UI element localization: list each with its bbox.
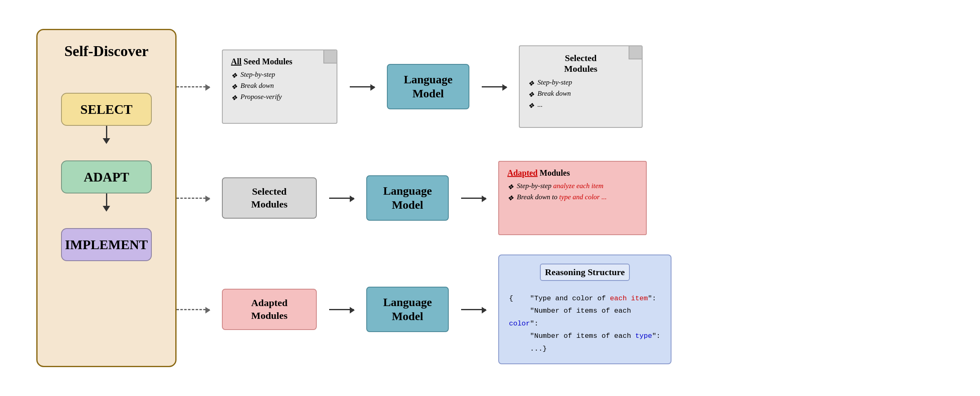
all-seed-title: All Seed Modules xyxy=(231,57,328,66)
arrow-sm-lm xyxy=(329,198,354,199)
all-seed-modules-card: All Seed Modules ❖ Step-by-step ❖ Break … xyxy=(222,50,337,124)
selected-modules-card: SelectedModules ❖ Step-by-step ❖ Break d… xyxy=(519,45,643,128)
lm-box-3: LanguageModel xyxy=(366,287,449,332)
arrow-seed-lm xyxy=(350,86,375,87)
panel-title: Self-Discover xyxy=(64,42,148,60)
lm-text-1: LanguageModel xyxy=(404,73,452,100)
flow-row-adapt: SelectedModules LanguageModel Adapted Mo… xyxy=(177,148,944,248)
dashed-arrow-implement xyxy=(177,309,210,310)
arrow-head-2 xyxy=(103,206,110,212)
adapted-item-1: ❖ Step-by-step analyze each item xyxy=(507,182,638,191)
diagram: Self-Discover SELECT ADAPT IMPLEMENT xyxy=(36,12,944,384)
reasoning-title: Reasoning Structure xyxy=(540,264,629,281)
lm-box-2: LanguageModel xyxy=(366,175,449,221)
lm-text-3: LanguageModel xyxy=(383,295,432,323)
am-small-box: AdaptedModules xyxy=(222,289,317,330)
lm-box-1: LanguageModel xyxy=(387,64,469,109)
selected-item-3: ❖ ... xyxy=(528,101,634,110)
reasoning-card: Reasoning Structure { "Type and color of… xyxy=(498,255,671,365)
flow-row-implement: AdaptedModules LanguageModel Reasoning S… xyxy=(177,260,944,359)
seed-item-1: ❖ Step-by-step xyxy=(231,71,328,80)
selected-item-1: ❖ Step-by-step xyxy=(528,78,634,88)
adapted-item-2: ❖ Break down to type and color ... xyxy=(507,193,638,203)
sm-small-text: SelectedModules xyxy=(251,185,287,211)
stage-select: SELECT xyxy=(61,93,152,126)
arrow-lm-reasoning xyxy=(461,309,486,310)
adapted-modules-card: Adapted Modules ❖ Step-by-step analyze e… xyxy=(498,161,647,235)
main-container: Self-Discover SELECT ADAPT IMPLEMENT xyxy=(0,0,980,396)
am-small-text: AdaptedModules xyxy=(251,297,287,322)
self-discover-panel: Self-Discover SELECT ADAPT IMPLEMENT xyxy=(36,29,177,367)
flow-area: All Seed Modules ❖ Step-by-step ❖ Break … xyxy=(177,29,944,367)
selected-item-2: ❖ Break down xyxy=(528,90,634,99)
arrow-lm-selected xyxy=(482,86,506,87)
arrow-head-1 xyxy=(103,138,110,144)
seed-item-2: ❖ Break down xyxy=(231,82,328,91)
flow-row-select: All Seed Modules ❖ Step-by-step ❖ Break … xyxy=(177,37,944,136)
dashed-arrow-select xyxy=(177,86,210,87)
dashed-arrow-adapt xyxy=(177,198,210,199)
reasoning-title-container: Reasoning Structure xyxy=(509,264,661,287)
arrow-line-2 xyxy=(106,193,107,206)
lm-text-2: LanguageModel xyxy=(383,184,432,212)
reasoning-code: { "Type and color of each item": "Number… xyxy=(509,292,661,356)
arrow-lm-adapted xyxy=(461,198,486,199)
sm-small-box: SelectedModules xyxy=(222,177,317,219)
adapted-modules-title: Adapted Modules xyxy=(507,168,638,178)
stage-implement: IMPLEMENT xyxy=(61,228,152,261)
panel-inner: SELECT ADAPT IMPLEMENT xyxy=(61,93,152,261)
seed-item-3: ❖ Propose-verify xyxy=(231,93,328,102)
stage-adapt: ADAPT xyxy=(61,160,152,193)
selected-modules-title: SelectedModules xyxy=(528,53,634,74)
arrow-line-1 xyxy=(106,126,107,138)
arrow-am-lm xyxy=(329,309,354,310)
